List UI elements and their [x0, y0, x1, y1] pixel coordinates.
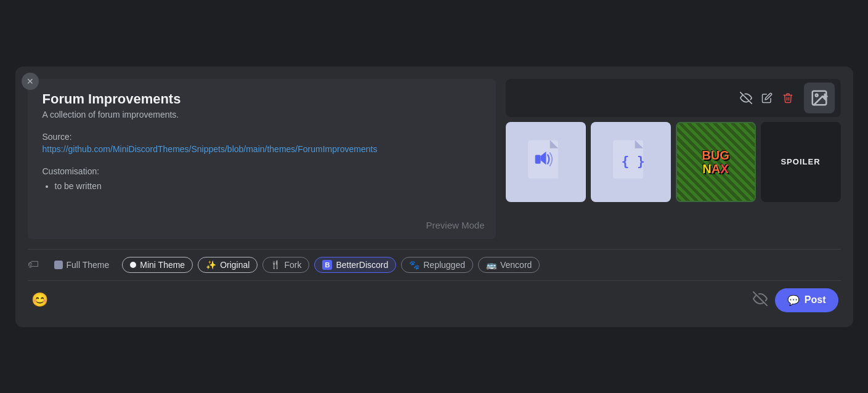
attachments-grid: { } BUGNAX SPOILER: [506, 122, 841, 202]
tag-full-theme[interactable]: Full Theme: [46, 257, 118, 273]
hide-preview-icon[interactable]: [753, 291, 768, 309]
tag-fork[interactable]: 🍴 Fork: [262, 257, 309, 273]
fork-label: Fork: [284, 260, 301, 270]
fork-emoji: 🍴: [270, 260, 280, 269]
bottom-toolbar: 😊 💬 Post: [28, 281, 841, 315]
original-emoji: ✨: [206, 260, 216, 270]
customisation-item: to be written: [55, 181, 481, 191]
bottom-right: 💬 Post: [753, 288, 838, 312]
audio-attachment[interactable]: [506, 122, 586, 202]
hide-attachment-icon[interactable]: [739, 91, 753, 105]
full-theme-label: Full Theme: [67, 260, 110, 270]
betterdiscord-badge: B: [322, 260, 332, 270]
replugged-emoji: 🐾: [409, 260, 420, 270]
mini-theme-label: Mini Theme: [140, 260, 185, 270]
attachment-toolbar: [506, 79, 841, 117]
betterdiscord-label: BetterDiscord: [336, 260, 388, 270]
mini-theme-dot: [130, 262, 136, 268]
tag-mini-theme[interactable]: Mini Theme: [122, 257, 193, 273]
css-attachment[interactable]: { }: [591, 122, 671, 202]
full-theme-color-box: [54, 261, 63, 269]
source-label: Source:: [43, 132, 481, 142]
spoiler-attachment[interactable]: SPOILER: [761, 122, 841, 202]
tags-icon: 🏷: [28, 258, 39, 271]
emoji-icon: 😊: [31, 292, 48, 308]
customisation-label: Customisation:: [43, 166, 481, 176]
tag-replugged[interactable]: 🐾 Replugged: [401, 257, 473, 273]
tag-vencord[interactable]: 🚌 Vencord: [478, 257, 540, 273]
tag-original[interactable]: ✨ Original: [198, 257, 258, 273]
tag-betterdiscord[interactable]: B BetterDiscord: [314, 257, 396, 273]
bugsnax-attachment[interactable]: BUGNAX: [676, 122, 756, 202]
post-button[interactable]: 💬 Post: [775, 288, 838, 312]
post-label: Post: [805, 294, 826, 306]
close-button[interactable]: ✕: [22, 73, 39, 90]
vencord-label: Vencord: [500, 260, 532, 270]
svg-point-2: [815, 94, 817, 96]
replugged-label: Replugged: [423, 260, 465, 270]
emoji-button[interactable]: 😊: [30, 290, 50, 310]
card-title: Forum Improvements: [43, 91, 481, 107]
card-subtitle: A collection of forum improvements.: [43, 110, 481, 120]
delete-attachment-icon[interactable]: [781, 91, 795, 105]
source-link[interactable]: https://github.com/MiniDiscordThemes/Sni…: [43, 144, 481, 154]
tags-row: 🏷 Full Theme Mini Theme ✨ Original 🍴 For…: [28, 249, 841, 281]
add-image-button[interactable]: [804, 83, 835, 113]
svg-rect-7: [535, 155, 540, 163]
bottom-left: 😊: [30, 290, 50, 310]
customisation-list: to be written: [43, 181, 481, 191]
bugsnax-label: BUGNAX: [677, 123, 755, 201]
top-section: ✕ Forum Improvements A collection of for…: [28, 79, 841, 239]
vencord-emoji: 🚌: [486, 260, 497, 270]
preview-mode-text: Preview Mode: [426, 220, 484, 230]
main-card: ✕ Forum Improvements A collection of for…: [28, 79, 496, 239]
main-container: ✕ Forum Improvements A collection of for…: [15, 67, 853, 327]
attachments-area: { } BUGNAX SPOILER: [506, 79, 841, 202]
original-label: Original: [220, 260, 249, 270]
post-icon: 💬: [787, 294, 800, 306]
edit-attachment-icon[interactable]: [760, 91, 774, 105]
svg-text:{ }: { }: [621, 153, 645, 169]
